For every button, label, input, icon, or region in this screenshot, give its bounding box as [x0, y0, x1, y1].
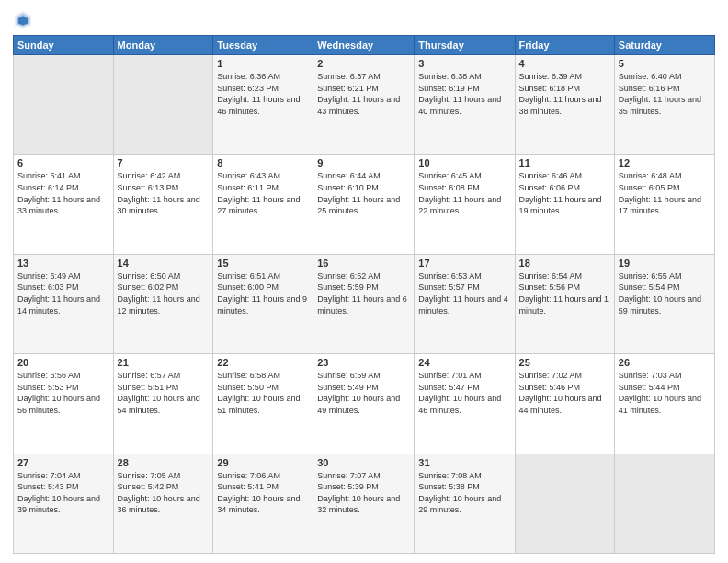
- daylight-text: Daylight: 11 hours and 6 minutes.: [317, 294, 407, 316]
- day-number: 28: [118, 457, 210, 468]
- sunrise-text: Sunrise: 6:38 AM: [418, 72, 482, 81]
- daylight-text: Daylight: 11 hours and 35 minutes.: [619, 95, 701, 116]
- sunset-text: Sunset: 6:18 PM: [519, 84, 581, 93]
- day-number: 9: [317, 157, 410, 168]
- daylight-text: Daylight: 11 hours and 14 minutes.: [17, 294, 100, 316]
- day-info: Sunrise: 6:52 AM Sunset: 5:59 PM Dayligh…: [317, 270, 410, 316]
- day-number: 2: [317, 58, 410, 69]
- cell-3-4: 24 Sunrise: 7:01 AM Sunset: 5:47 PM Dayl…: [415, 354, 515, 454]
- day-info: Sunrise: 6:55 AM Sunset: 5:54 PM Dayligh…: [619, 270, 711, 316]
- sunrise-text: Sunrise: 7:03 AM: [619, 371, 682, 380]
- cell-0-1: [113, 55, 213, 155]
- day-number: 1: [217, 58, 309, 69]
- cell-2-1: 14 Sunrise: 6:50 AM Sunset: 6:02 PM Dayl…: [113, 254, 213, 353]
- day-info: Sunrise: 6:49 AM Sunset: 6:03 PM Dayligh…: [17, 270, 109, 316]
- day-number: 18: [519, 258, 610, 269]
- cell-3-0: 20 Sunrise: 6:56 AM Sunset: 5:53 PM Dayl…: [14, 354, 114, 454]
- daylight-text: Daylight: 11 hours and 12 minutes.: [118, 294, 200, 316]
- cell-2-0: 13 Sunrise: 6:49 AM Sunset: 6:03 PM Dayl…: [14, 254, 114, 353]
- sunset-text: Sunset: 5:54 PM: [619, 282, 680, 292]
- cell-4-2: 29 Sunrise: 7:06 AM Sunset: 5:41 PM Dayl…: [213, 454, 313, 553]
- cell-3-6: 26 Sunrise: 7:03 AM Sunset: 5:44 PM Dayl…: [614, 354, 714, 454]
- day-info: Sunrise: 7:01 AM Sunset: 5:47 PM Dayligh…: [418, 370, 510, 416]
- cell-2-3: 16 Sunrise: 6:52 AM Sunset: 5:59 PM Dayl…: [313, 254, 415, 353]
- sunrise-text: Sunrise: 6:39 AM: [519, 72, 583, 81]
- day-info: Sunrise: 6:37 AM Sunset: 6:21 PM Dayligh…: [317, 71, 410, 117]
- day-info: Sunrise: 6:57 AM Sunset: 5:51 PM Dayligh…: [118, 370, 210, 416]
- sunset-text: Sunset: 6:05 PM: [619, 183, 680, 192]
- day-info: Sunrise: 6:39 AM Sunset: 6:18 PM Dayligh…: [519, 71, 610, 117]
- header: [13, 9, 715, 29]
- sunrise-text: Sunrise: 6:51 AM: [217, 271, 280, 281]
- day-number: 5: [619, 58, 711, 69]
- cell-1-3: 9 Sunrise: 6:44 AM Sunset: 6:10 PM Dayli…: [313, 155, 415, 254]
- day-info: Sunrise: 6:56 AM Sunset: 5:53 PM Dayligh…: [17, 370, 109, 416]
- cell-2-2: 15 Sunrise: 6:51 AM Sunset: 6:00 PM Dayl…: [213, 254, 313, 353]
- calendar-table: Sunday Monday Tuesday Wednesday Thursday…: [13, 35, 715, 554]
- cell-0-6: 5 Sunrise: 6:40 AM Sunset: 6:16 PM Dayli…: [614, 55, 714, 155]
- cell-1-0: 6 Sunrise: 6:41 AM Sunset: 6:14 PM Dayli…: [14, 155, 114, 254]
- day-info: Sunrise: 7:06 AM Sunset: 5:41 PM Dayligh…: [217, 470, 309, 516]
- daylight-text: Daylight: 10 hours and 41 minutes.: [619, 394, 701, 415]
- sunrise-text: Sunrise: 6:50 AM: [118, 271, 181, 281]
- col-tuesday: Tuesday: [213, 36, 313, 55]
- daylight-text: Daylight: 11 hours and 33 minutes.: [17, 195, 100, 216]
- sunrise-text: Sunrise: 6:44 AM: [317, 171, 381, 180]
- sunrise-text: Sunrise: 6:57 AM: [118, 371, 181, 380]
- cell-3-3: 23 Sunrise: 6:59 AM Sunset: 5:49 PM Dayl…: [313, 354, 415, 454]
- sunrise-text: Sunrise: 6:42 AM: [118, 171, 181, 180]
- cell-4-6: [614, 454, 714, 553]
- day-number: 27: [17, 457, 109, 468]
- cell-3-1: 21 Sunrise: 6:57 AM Sunset: 5:51 PM Dayl…: [113, 354, 213, 454]
- sunrise-text: Sunrise: 6:46 AM: [519, 171, 583, 180]
- cell-4-1: 28 Sunrise: 7:05 AM Sunset: 5:42 PM Dayl…: [113, 454, 213, 553]
- logo: [13, 9, 37, 29]
- sunrise-text: Sunrise: 7:06 AM: [217, 471, 280, 480]
- day-number: 15: [217, 258, 309, 269]
- daylight-text: Daylight: 10 hours and 34 minutes.: [217, 494, 300, 515]
- day-info: Sunrise: 6:59 AM Sunset: 5:49 PM Dayligh…: [317, 370, 410, 416]
- daylight-text: Daylight: 10 hours and 39 minutes.: [17, 494, 100, 515]
- day-info: Sunrise: 6:46 AM Sunset: 6:06 PM Dayligh…: [519, 170, 610, 216]
- daylight-text: Daylight: 10 hours and 54 minutes.: [118, 394, 200, 415]
- daylight-text: Daylight: 10 hours and 29 minutes.: [418, 494, 501, 515]
- day-number: 19: [619, 258, 711, 269]
- cell-0-5: 4 Sunrise: 6:39 AM Sunset: 6:18 PM Dayli…: [515, 55, 614, 155]
- col-thursday: Thursday: [415, 36, 515, 55]
- day-info: Sunrise: 6:50 AM Sunset: 6:02 PM Dayligh…: [118, 270, 210, 316]
- daylight-text: Daylight: 11 hours and 17 minutes.: [619, 195, 701, 216]
- sunrise-text: Sunrise: 7:04 AM: [17, 471, 81, 480]
- col-sunday: Sunday: [14, 36, 114, 55]
- sunrise-text: Sunrise: 6:58 AM: [217, 371, 280, 380]
- sunset-text: Sunset: 6:02 PM: [118, 282, 179, 292]
- sunrise-text: Sunrise: 6:48 AM: [619, 171, 682, 180]
- sunset-text: Sunset: 5:47 PM: [418, 383, 480, 392]
- col-monday: Monday: [113, 36, 213, 55]
- cell-4-0: 27 Sunrise: 7:04 AM Sunset: 5:43 PM Dayl…: [14, 454, 114, 553]
- sunrise-text: Sunrise: 6:54 AM: [519, 271, 583, 281]
- daylight-text: Daylight: 10 hours and 36 minutes.: [118, 494, 200, 515]
- week-row-1: 6 Sunrise: 6:41 AM Sunset: 6:14 PM Dayli…: [14, 155, 715, 254]
- day-info: Sunrise: 6:53 AM Sunset: 5:57 PM Dayligh…: [418, 270, 510, 316]
- day-number: 26: [619, 357, 711, 368]
- daylight-text: Daylight: 11 hours and 25 minutes.: [317, 195, 400, 216]
- day-info: Sunrise: 6:41 AM Sunset: 6:14 PM Dayligh…: [17, 170, 109, 216]
- cell-4-5: [515, 454, 614, 553]
- day-number: 8: [217, 157, 309, 168]
- week-row-4: 27 Sunrise: 7:04 AM Sunset: 5:43 PM Dayl…: [14, 454, 715, 553]
- cell-2-4: 17 Sunrise: 6:53 AM Sunset: 5:57 PM Dayl…: [415, 254, 515, 353]
- sunrise-text: Sunrise: 6:55 AM: [619, 271, 682, 281]
- day-info: Sunrise: 6:42 AM Sunset: 6:13 PM Dayligh…: [118, 170, 210, 216]
- sunrise-text: Sunrise: 6:59 AM: [317, 371, 381, 380]
- daylight-text: Daylight: 11 hours and 38 minutes.: [519, 95, 602, 116]
- day-number: 25: [519, 357, 610, 368]
- day-number: 10: [418, 157, 510, 168]
- daylight-text: Daylight: 10 hours and 56 minutes.: [17, 394, 100, 415]
- sunset-text: Sunset: 5:44 PM: [619, 383, 680, 392]
- col-friday: Friday: [515, 36, 614, 55]
- sunrise-text: Sunrise: 7:01 AM: [418, 371, 482, 380]
- day-info: Sunrise: 7:08 AM Sunset: 5:38 PM Dayligh…: [418, 470, 510, 516]
- cell-3-2: 22 Sunrise: 6:58 AM Sunset: 5:50 PM Dayl…: [213, 354, 313, 454]
- day-info: Sunrise: 6:44 AM Sunset: 6:10 PM Dayligh…: [317, 170, 410, 216]
- sunrise-text: Sunrise: 6:43 AM: [217, 171, 280, 180]
